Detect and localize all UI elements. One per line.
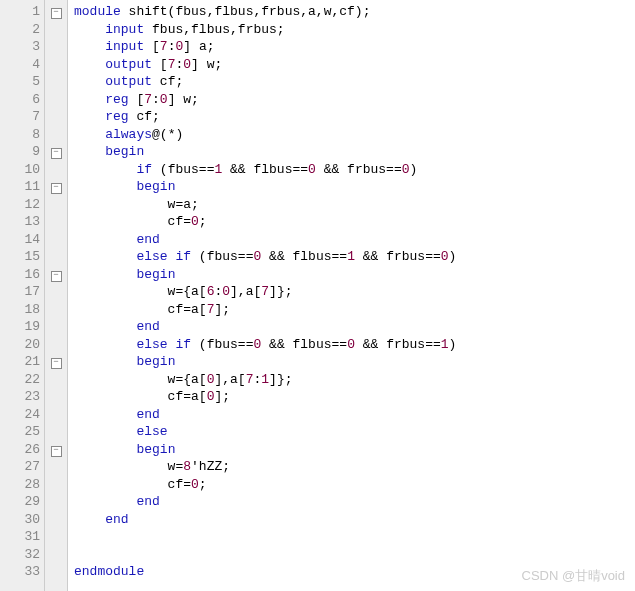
line-number: 10 bbox=[0, 161, 40, 179]
code-line[interactable]: begin bbox=[74, 143, 635, 161]
fold-marker bbox=[45, 301, 67, 319]
code-line[interactable]: input fbus,flbus,frbus; bbox=[74, 21, 635, 39]
fold-marker bbox=[45, 371, 67, 389]
code-line[interactable]: else if (fbus==0 && flbus==1 && frbus==0… bbox=[74, 248, 635, 266]
line-number: 9 bbox=[0, 143, 40, 161]
fold-marker bbox=[45, 546, 67, 564]
line-number: 16 bbox=[0, 266, 40, 284]
fold-marker bbox=[45, 283, 67, 301]
line-number: 26 bbox=[0, 441, 40, 459]
code-line[interactable]: w={a[6:0],a[7]}; bbox=[74, 283, 635, 301]
code-editor[interactable]: 1234567891011121314151617181920212223242… bbox=[0, 0, 635, 591]
line-number: 17 bbox=[0, 283, 40, 301]
fold-marker bbox=[45, 108, 67, 126]
code-line[interactable]: reg cf; bbox=[74, 108, 635, 126]
line-number: 22 bbox=[0, 371, 40, 389]
fold-marker bbox=[45, 493, 67, 511]
line-number: 3 bbox=[0, 38, 40, 56]
code-line[interactable]: else if (fbus==0 && flbus==0 && frbus==1… bbox=[74, 336, 635, 354]
fold-marker bbox=[45, 231, 67, 249]
fold-marker bbox=[45, 406, 67, 424]
fold-marker bbox=[45, 458, 67, 476]
fold-marker[interactable]: − bbox=[45, 3, 67, 21]
line-number: 6 bbox=[0, 91, 40, 109]
fold-marker[interactable]: − bbox=[45, 441, 67, 459]
code-line[interactable]: end bbox=[74, 511, 635, 529]
fold-marker bbox=[45, 423, 67, 441]
line-number: 32 bbox=[0, 546, 40, 564]
line-number: 8 bbox=[0, 126, 40, 144]
line-number-gutter: 1234567891011121314151617181920212223242… bbox=[0, 0, 45, 591]
fold-marker bbox=[45, 196, 67, 214]
fold-marker[interactable]: − bbox=[45, 143, 67, 161]
fold-marker bbox=[45, 161, 67, 179]
fold-marker[interactable]: − bbox=[45, 178, 67, 196]
line-number: 11 bbox=[0, 178, 40, 196]
code-line[interactable]: module shift(fbus,flbus,frbus,a,w,cf); bbox=[74, 3, 635, 21]
fold-marker bbox=[45, 476, 67, 494]
line-number: 4 bbox=[0, 56, 40, 74]
fold-marker bbox=[45, 318, 67, 336]
code-line[interactable]: always@(*) bbox=[74, 126, 635, 144]
fold-marker[interactable]: − bbox=[45, 266, 67, 284]
line-number: 12 bbox=[0, 196, 40, 214]
code-line[interactable]: input [7:0] a; bbox=[74, 38, 635, 56]
code-line[interactable] bbox=[74, 528, 635, 546]
line-number: 13 bbox=[0, 213, 40, 231]
code-line[interactable]: begin bbox=[74, 353, 635, 371]
line-number: 19 bbox=[0, 318, 40, 336]
code-line[interactable]: cf=0; bbox=[74, 213, 635, 231]
fold-marker bbox=[45, 91, 67, 109]
line-number: 15 bbox=[0, 248, 40, 266]
fold-marker bbox=[45, 56, 67, 74]
line-number: 33 bbox=[0, 563, 40, 581]
line-number: 18 bbox=[0, 301, 40, 319]
code-line[interactable]: cf=a[0]; bbox=[74, 388, 635, 406]
line-number: 27 bbox=[0, 458, 40, 476]
line-number: 30 bbox=[0, 511, 40, 529]
line-number: 2 bbox=[0, 21, 40, 39]
code-line[interactable]: begin bbox=[74, 178, 635, 196]
code-line[interactable]: begin bbox=[74, 266, 635, 284]
code-line[interactable]: cf=0; bbox=[74, 476, 635, 494]
fold-marker bbox=[45, 563, 67, 581]
line-number: 14 bbox=[0, 231, 40, 249]
line-number: 21 bbox=[0, 353, 40, 371]
fold-marker bbox=[45, 126, 67, 144]
code-line[interactable]: reg [7:0] w; bbox=[74, 91, 635, 109]
code-line[interactable]: begin bbox=[74, 441, 635, 459]
line-number: 25 bbox=[0, 423, 40, 441]
code-line[interactable]: end bbox=[74, 318, 635, 336]
code-line[interactable]: w=a; bbox=[74, 196, 635, 214]
line-number: 1 bbox=[0, 3, 40, 21]
code-line[interactable]: if (fbus==1 && flbus==0 && frbus==0) bbox=[74, 161, 635, 179]
code-line[interactable] bbox=[74, 546, 635, 564]
line-number: 20 bbox=[0, 336, 40, 354]
fold-marker[interactable]: − bbox=[45, 353, 67, 371]
code-line[interactable]: output [7:0] w; bbox=[74, 56, 635, 74]
code-area[interactable]: module shift(fbus,flbus,frbus,a,w,cf); i… bbox=[68, 0, 635, 591]
fold-marker bbox=[45, 21, 67, 39]
line-number: 5 bbox=[0, 73, 40, 91]
code-line[interactable]: cf=a[7]; bbox=[74, 301, 635, 319]
code-line[interactable]: end bbox=[74, 493, 635, 511]
line-number: 24 bbox=[0, 406, 40, 424]
fold-marker bbox=[45, 336, 67, 354]
code-line[interactable]: w=8'hZZ; bbox=[74, 458, 635, 476]
code-line[interactable]: else bbox=[74, 423, 635, 441]
fold-marker bbox=[45, 248, 67, 266]
fold-marker bbox=[45, 528, 67, 546]
code-line[interactable]: output cf; bbox=[74, 73, 635, 91]
line-number: 31 bbox=[0, 528, 40, 546]
fold-column[interactable]: −−−−−− bbox=[45, 0, 68, 591]
code-line[interactable]: end bbox=[74, 231, 635, 249]
fold-marker bbox=[45, 388, 67, 406]
code-line[interactable]: end bbox=[74, 406, 635, 424]
fold-marker bbox=[45, 213, 67, 231]
line-number: 23 bbox=[0, 388, 40, 406]
fold-marker bbox=[45, 38, 67, 56]
line-number: 28 bbox=[0, 476, 40, 494]
code-line[interactable]: w={a[0],a[7:1]}; bbox=[74, 371, 635, 389]
fold-marker bbox=[45, 73, 67, 91]
watermark: CSDN @甘晴void bbox=[522, 567, 626, 585]
